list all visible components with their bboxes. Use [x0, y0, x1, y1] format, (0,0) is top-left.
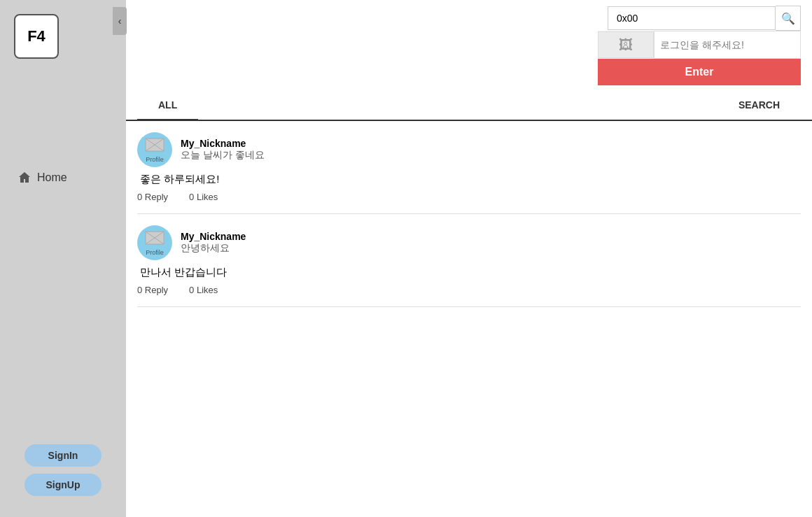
- search-icon: 🔍: [781, 12, 795, 25]
- reply-count-2[interactable]: 0 Reply: [137, 285, 168, 295]
- table-row: Profile My_Nickname 오늘 날씨가 좋네요 좋은 하루되세요!…: [137, 121, 801, 214]
- profile-icon: [144, 137, 165, 155]
- f4-label: F4: [27, 27, 46, 45]
- enter-label: Enter: [685, 66, 714, 78]
- search-button[interactable]: 🔍: [776, 6, 801, 31]
- sidebar-item-home[interactable]: Home: [18, 171, 67, 185]
- f4-button[interactable]: F4: [14, 14, 59, 59]
- collapse-icon: ‹: [118, 15, 122, 27]
- login-section: 🖼 Enter: [126, 31, 812, 91]
- tab-search-label: SEARCH: [738, 99, 780, 111]
- profile-icon: [144, 230, 165, 248]
- sidebar: F4 Home SignIn SignUp ‹: [0, 0, 126, 517]
- post-nickname-1: My_Nickname: [181, 138, 265, 149]
- signin-label: SignIn: [48, 450, 78, 461]
- post-body-2: 만나서 반갑습니다: [137, 266, 801, 279]
- avatar: Profile: [137, 225, 172, 260]
- login-wrapper: 🖼 Enter: [598, 31, 801, 85]
- post-meta-2: 0 Reply 0 Likes: [137, 285, 801, 295]
- sidebar-collapse-button[interactable]: ‹: [113, 7, 127, 35]
- reply-count-1[interactable]: 0 Reply: [137, 192, 168, 202]
- post-summary-1: 오늘 날씨가 좋네요: [181, 149, 265, 162]
- home-label: Home: [37, 171, 67, 184]
- posts-area: Profile My_Nickname 오늘 날씨가 좋네요 좋은 하루되세요!…: [126, 121, 812, 517]
- tab-all[interactable]: ALL: [137, 91, 198, 121]
- signup-button[interactable]: SignUp: [24, 474, 102, 496]
- post-header-1: Profile My_Nickname 오늘 날씨가 좋네요: [137, 132, 801, 167]
- post-body-1: 좋은 하루되세요!: [137, 173, 801, 186]
- login-input[interactable]: [654, 31, 801, 59]
- sidebar-nav: Home: [7, 171, 119, 185]
- post-header-2: Profile My_Nickname 안녕하세요: [137, 225, 801, 260]
- avatar-label: Profile: [146, 156, 164, 163]
- search-bar: 🔍: [137, 6, 801, 31]
- tab-all-label: ALL: [158, 99, 177, 111]
- enter-button[interactable]: Enter: [598, 59, 801, 85]
- signin-button[interactable]: SignIn: [24, 444, 102, 467]
- header-search-row: 🔍: [126, 0, 812, 31]
- table-row: Profile My_Nickname 안녕하세요 만나서 반갑습니다 0 Re…: [137, 214, 801, 307]
- post-nickname-2: My_Nickname: [181, 231, 246, 242]
- tabs-bar: ALL SEARCH: [126, 91, 812, 121]
- home-icon: [18, 171, 31, 185]
- signup-label: SignUp: [46, 479, 80, 490]
- avatar-label: Profile: [146, 249, 164, 256]
- main-content: 🔍 🖼 Enter ALL SEARCH: [126, 0, 812, 517]
- likes-count-2[interactable]: 0 Likes: [189, 285, 218, 295]
- sidebar-bottom: SignIn SignUp: [24, 444, 102, 496]
- avatar: Profile: [137, 132, 172, 167]
- post-meta-1: 0 Reply 0 Likes: [137, 192, 801, 202]
- tab-search[interactable]: SEARCH: [718, 91, 801, 121]
- post-summary-2: 안녕하세요: [181, 242, 246, 255]
- login-image-icon: 🖼: [598, 31, 654, 58]
- image-icon: 🖼: [619, 37, 633, 53]
- likes-count-1[interactable]: 0 Likes: [189, 192, 218, 202]
- post-info-1: My_Nickname 오늘 날씨가 좋네요: [181, 138, 265, 162]
- login-input-row: 🖼: [598, 31, 801, 59]
- post-info-2: My_Nickname 안녕하세요: [181, 231, 246, 255]
- search-input[interactable]: [608, 6, 776, 30]
